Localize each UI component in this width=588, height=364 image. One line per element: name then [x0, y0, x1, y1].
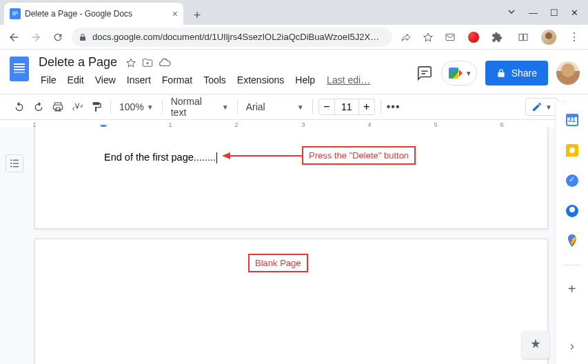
- chevron-down-icon: ▼: [545, 103, 552, 111]
- zoom-dropdown[interactable]: 100%▼: [116, 99, 156, 114]
- annotation-arrow: [222, 152, 305, 160]
- chevron-down-icon[interactable]: [507, 7, 516, 19]
- last-edit-link[interactable]: Last edi…: [327, 72, 370, 88]
- chrome-menu-icon[interactable]: ⋮: [566, 29, 582, 46]
- star-icon[interactable]: [125, 57, 136, 68]
- paint-format-button[interactable]: [88, 99, 105, 115]
- svg-rect-0: [12, 12, 18, 12]
- annotation-blank: Blank Page: [248, 254, 308, 272]
- svg-rect-3: [446, 34, 454, 40]
- font-dropdown[interactable]: Arial▼: [243, 99, 307, 114]
- meet-button[interactable]: ▼: [441, 61, 477, 85]
- svg-rect-6: [10, 160, 12, 161]
- calendar-icon[interactable]: 31: [565, 113, 579, 127]
- menu-insert[interactable]: Insert: [122, 72, 156, 88]
- add-addon-button[interactable]: +: [565, 282, 579, 296]
- svg-rect-5: [524, 34, 527, 40]
- svg-rect-2: [12, 14, 16, 15]
- pencil-icon: [531, 101, 543, 112]
- undo-button[interactable]: [11, 99, 28, 115]
- editing-mode-button[interactable]: ▼: [525, 98, 558, 116]
- extensions-icon[interactable]: [489, 29, 505, 46]
- lock-icon: [79, 33, 87, 41]
- docs-header: Delete a Page File Edit View Insert Form…: [0, 50, 588, 90]
- cloud-status-icon[interactable]: [159, 57, 171, 69]
- tab-title: Delete a Page - Google Docs: [25, 9, 132, 19]
- collapse-side-panel-button[interactable]: [567, 342, 577, 354]
- contacts-icon[interactable]: [565, 204, 579, 218]
- font-size-decrease-button[interactable]: −: [319, 99, 334, 114]
- svg-rect-1: [12, 13, 18, 14]
- redo-button[interactable]: [30, 99, 47, 115]
- forward-button[interactable]: [28, 29, 44, 46]
- move-icon[interactable]: [142, 57, 153, 68]
- annotation-delete: Press the "Delete" button: [302, 146, 416, 165]
- docs-logo[interactable]: [6, 54, 33, 90]
- explore-button[interactable]: [522, 331, 549, 358]
- menu-tools[interactable]: Tools: [199, 72, 231, 88]
- chevron-down-icon: ▼: [465, 70, 472, 77]
- new-tab-button[interactable]: +: [187, 6, 207, 25]
- menu-view[interactable]: View: [90, 72, 121, 88]
- font-size-control: − +: [318, 99, 375, 115]
- document-canvas: End of the first page........ Press the …: [0, 127, 555, 364]
- svg-rect-7: [13, 160, 19, 161]
- keep-icon[interactable]: [565, 143, 579, 157]
- document-title[interactable]: Delete a Page: [36, 54, 120, 71]
- lock-icon: [496, 68, 506, 78]
- font-size-input[interactable]: [334, 99, 359, 114]
- side-panel: 31 +: [555, 102, 588, 364]
- minimize-button[interactable]: —: [529, 8, 538, 18]
- opera-icon[interactable]: [468, 32, 479, 43]
- document-page-1[interactable]: End of the first page........: [34, 127, 548, 229]
- bookmark-star-icon[interactable]: [420, 29, 436, 46]
- url-box[interactable]: docs.google.com/document/d/1UIljrs4SsezI…: [72, 28, 392, 47]
- menu-edit[interactable]: Edit: [63, 72, 89, 88]
- reload-button[interactable]: [50, 29, 66, 46]
- maps-icon[interactable]: [565, 234, 579, 248]
- style-dropdown[interactable]: Normal text▼: [168, 94, 232, 120]
- menu-extensions[interactable]: Extensions: [232, 72, 289, 88]
- window-controls: — ☐ ✕: [507, 0, 588, 25]
- font-size-increase-button[interactable]: +: [359, 99, 374, 114]
- menu-file[interactable]: File: [36, 72, 61, 88]
- svg-rect-8: [10, 163, 12, 163]
- svg-marker-13: [222, 152, 230, 159]
- profile-avatar-small[interactable]: [541, 30, 556, 45]
- comments-icon[interactable]: [416, 65, 433, 81]
- svg-rect-9: [13, 163, 19, 163]
- menu-format[interactable]: Format: [157, 72, 197, 88]
- address-bar: docs.google.com/document/d/1UIljrs4SsezI…: [0, 25, 588, 50]
- browser-tab[interactable]: Delete a Page - Google Docs ×: [4, 3, 183, 25]
- browser-tab-strip: Delete a Page - Google Docs × + — ☐ ✕: [0, 0, 588, 25]
- maximize-button[interactable]: ☐: [550, 8, 558, 18]
- meet-icon: [449, 68, 463, 79]
- spellcheck-button[interactable]: [69, 99, 85, 115]
- share-label: Share: [511, 68, 537, 79]
- docs-favicon: [10, 8, 21, 19]
- svg-rect-10: [10, 166, 12, 167]
- close-tab-icon[interactable]: ×: [172, 8, 178, 19]
- back-button[interactable]: [6, 29, 22, 46]
- extension-icons: ⋮: [442, 29, 582, 46]
- url-text: docs.google.com/document/d/1UIljrs4SsezI…: [92, 32, 379, 42]
- close-window-button[interactable]: ✕: [571, 8, 578, 18]
- document-outline-button[interactable]: [6, 154, 23, 172]
- svg-rect-4: [519, 34, 523, 40]
- print-button[interactable]: [50, 99, 66, 115]
- more-options-button[interactable]: •••: [387, 101, 401, 113]
- share-url-icon[interactable]: [398, 29, 414, 46]
- account-avatar[interactable]: [556, 61, 580, 85]
- menu-help[interactable]: Help: [290, 72, 320, 88]
- reading-list-icon[interactable]: [515, 29, 531, 46]
- svg-rect-11: [13, 166, 19, 167]
- tasks-icon[interactable]: [565, 174, 579, 188]
- formatting-toolbar: 100%▼ Normal text▼ Arial▼ − + ••• ▼: [0, 94, 588, 120]
- mail-icon[interactable]: [442, 29, 458, 46]
- document-text[interactable]: End of the first page........: [104, 152, 217, 163]
- share-button[interactable]: Share: [485, 61, 548, 85]
